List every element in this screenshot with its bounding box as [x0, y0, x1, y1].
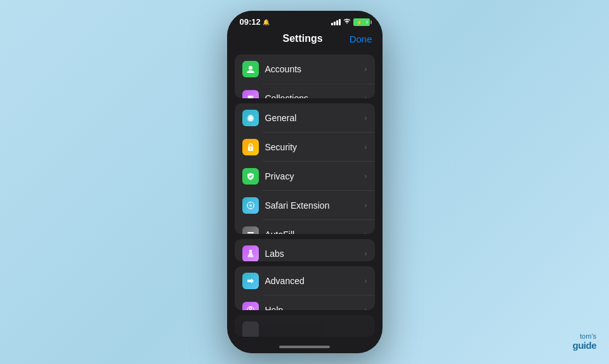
page-title: Settings: [283, 33, 323, 44]
advanced-chevron: ›: [365, 276, 367, 285]
menu-item-security[interactable]: Security ›: [235, 133, 375, 162]
labs-chevron: ›: [365, 249, 367, 258]
general-chevron: ›: [365, 114, 367, 122]
battery-icon: ⚡: [353, 18, 370, 26]
privacy-chevron: ›: [365, 172, 367, 181]
help-label: Help: [265, 305, 365, 310]
signal-bar-1: [331, 23, 333, 25]
collections-icon: [242, 90, 259, 98]
svg-text:⚡: ⚡: [357, 20, 362, 25]
menu-item-privacy[interactable]: Privacy ›: [235, 162, 375, 191]
svg-rect-13: [247, 232, 254, 233]
section-accounts-collections: Accounts › Collections ›: [235, 55, 375, 98]
help-icon: [242, 302, 259, 310]
autofill-label: AutoFill: [265, 230, 365, 235]
svg-rect-17: [249, 250, 252, 250]
menu-item-more[interactable]: [235, 315, 375, 337]
svg-point-12: [249, 204, 251, 206]
wifi-icon: [343, 18, 351, 26]
collections-chevron: ›: [365, 94, 367, 98]
svg-point-19: [249, 307, 252, 309]
section-labs: Labs ›: [235, 239, 375, 261]
autofill-icon: [242, 226, 259, 235]
signal-bar-3: [336, 20, 338, 25]
collections-label: Collections: [265, 93, 365, 98]
signal-bar-2: [334, 22, 336, 25]
accounts-chevron: ›: [365, 65, 367, 74]
home-indicator: [227, 342, 383, 353]
menu-item-safari-extension[interactable]: Safari Extension ›: [235, 191, 375, 220]
advanced-icon: [242, 273, 259, 289]
svg-rect-1: [366, 20, 367, 23]
svg-point-5: [250, 96, 253, 98]
privacy-label: Privacy: [265, 171, 365, 181]
done-button[interactable]: Done: [350, 34, 372, 44]
advanced-label: Advanced: [265, 276, 365, 286]
nav-bar: Settings Done: [227, 30, 383, 49]
labs-label: Labs: [265, 249, 365, 259]
signal-bar-4: [339, 19, 341, 25]
section-more-hint: [235, 315, 375, 337]
svg-point-3: [249, 66, 252, 70]
general-icon: [242, 110, 259, 126]
menu-item-collections[interactable]: Collections ›: [235, 84, 375, 98]
accounts-icon: [242, 61, 259, 77]
more-icon: [242, 322, 259, 337]
safari-extension-icon: [242, 197, 259, 214]
time-display: 09:12: [240, 17, 261, 27]
safari-extension-chevron: ›: [365, 201, 367, 210]
security-chevron: ›: [365, 143, 367, 152]
section-settings-group: General › Security ›: [235, 103, 375, 235]
security-icon: [242, 139, 259, 155]
settings-content: Accounts › Collections ›: [227, 49, 383, 342]
menu-item-advanced[interactable]: Advanced ›: [235, 266, 375, 296]
menu-item-accounts[interactable]: Accounts ›: [235, 55, 375, 84]
bell-icon: 🔔: [263, 19, 270, 25]
svg-point-10: [250, 148, 251, 149]
phone-container: 09:12 🔔 ⚡: [227, 11, 383, 353]
menu-item-autofill[interactable]: AutoFill ›: [235, 220, 375, 235]
menu-item-general[interactable]: General ›: [235, 103, 375, 133]
section-advanced-help: Advanced › Help ›: [235, 266, 375, 310]
status-time: 09:12 🔔: [240, 17, 270, 27]
safari-extension-label: Safari Extension: [265, 200, 365, 211]
status-icons: ⚡: [331, 18, 370, 26]
signal-bars: [331, 19, 341, 25]
status-bar: 09:12 🔔 ⚡: [227, 11, 383, 30]
toms-guide-line1: tom's: [573, 332, 597, 340]
general-label: General: [265, 113, 365, 123]
menu-item-help[interactable]: Help ›: [235, 296, 375, 310]
accounts-label: Accounts: [265, 64, 365, 74]
labs-icon: [242, 245, 259, 261]
help-chevron: ›: [365, 306, 367, 310]
privacy-icon: [242, 168, 259, 185]
security-label: Security: [265, 142, 365, 152]
autofill-chevron: ›: [365, 230, 367, 235]
toms-guide-line2: guide: [573, 340, 597, 351]
toms-guide-logo: tom's guide: [573, 332, 597, 351]
home-bar: [279, 346, 330, 348]
menu-item-labs[interactable]: Labs ›: [235, 239, 375, 261]
